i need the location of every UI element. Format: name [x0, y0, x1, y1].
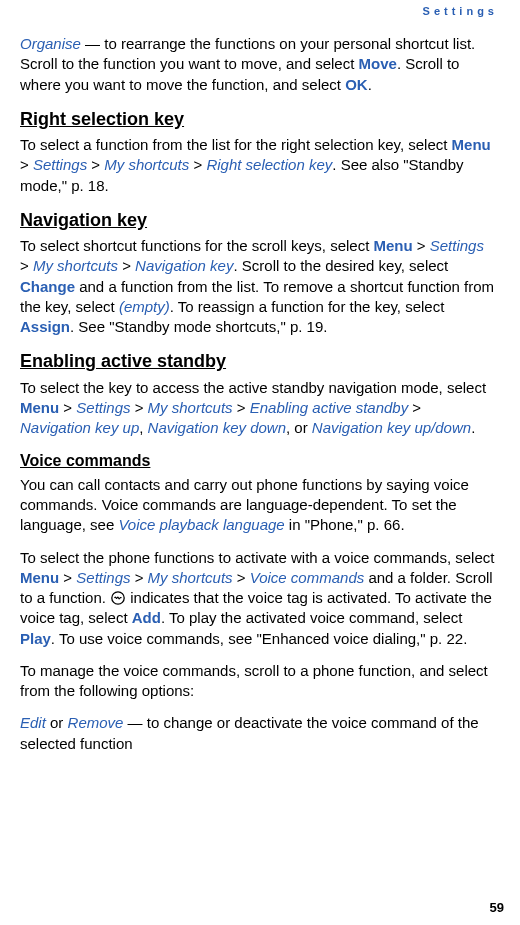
- term-settings: Settings: [76, 569, 130, 586]
- text: . Scroll to the desired key, select: [233, 257, 448, 274]
- text: To select a function from the list for t…: [20, 136, 452, 153]
- separator: >: [118, 257, 135, 274]
- text: To select shortcut functions for the scr…: [20, 237, 373, 254]
- text: .: [471, 419, 475, 436]
- paragraph-eas: To select the key to access the active s…: [20, 378, 495, 439]
- separator: >: [130, 399, 147, 416]
- paragraph-voice-1: You can call contacts and carry out phon…: [20, 475, 495, 536]
- text: . To reassign a function for the key, se…: [170, 298, 445, 315]
- separator: >: [59, 569, 76, 586]
- term-move: Move: [359, 55, 397, 72]
- paragraph-rsk: To select a function from the list for t…: [20, 135, 495, 196]
- text: , or: [286, 419, 312, 436]
- term-settings: Settings: [76, 399, 130, 416]
- term-settings: Settings: [33, 156, 87, 173]
- term-menu: Menu: [20, 569, 59, 586]
- term-navigation-key: Navigation key: [135, 257, 233, 274]
- term-remove: Remove: [68, 714, 124, 731]
- separator: >: [20, 257, 33, 274]
- separator: >: [20, 156, 33, 173]
- text: ,: [139, 419, 147, 436]
- term-nav-key-updown: Navigation key up/down: [312, 419, 471, 436]
- term-change: Change: [20, 278, 75, 295]
- separator: >: [189, 156, 206, 173]
- text: To select the phone functions to activat…: [20, 549, 494, 566]
- term-play: Play: [20, 630, 51, 647]
- separator: >: [413, 237, 430, 254]
- text: To select the key to access the active s…: [20, 379, 486, 396]
- term-organise: Organise: [20, 35, 81, 52]
- separator: >: [233, 569, 250, 586]
- paragraph-organise: Organise — to rearrange the functions on…: [20, 34, 495, 95]
- heading-voice-commands: Voice commands: [20, 450, 495, 472]
- text: .: [368, 76, 372, 93]
- term-right-selection-key: Right selection key: [206, 156, 332, 173]
- separator: >: [233, 399, 250, 416]
- term-assign: Assign: [20, 318, 70, 335]
- paragraph-nav: To select shortcut functions for the scr…: [20, 236, 495, 337]
- term-settings: Settings: [430, 237, 484, 254]
- term-nav-key-up: Navigation key up: [20, 419, 139, 436]
- term-menu: Menu: [452, 136, 491, 153]
- paragraph-voice-4: Edit or Remove — to change or deactivate…: [20, 713, 495, 754]
- term-ok: OK: [345, 76, 368, 93]
- link-voice-playback-language[interactable]: Voice playback language: [118, 516, 284, 533]
- term-add: Add: [132, 609, 161, 626]
- term-voice-commands: Voice commands: [250, 569, 365, 586]
- text: . To use voice commands, see "Enhanced v…: [51, 630, 467, 647]
- voice-tag-icon: [111, 591, 125, 605]
- term-menu: Menu: [373, 237, 412, 254]
- page-header-section: Settings: [423, 4, 498, 19]
- heading-right-selection-key: Right selection key: [20, 107, 495, 131]
- page-content: Organise — to rearrange the functions on…: [20, 6, 495, 754]
- paragraph-voice-2: To select the phone functions to activat…: [20, 548, 495, 649]
- term-nav-key-down: Navigation key down: [148, 419, 286, 436]
- text: . See "Standby mode shortcuts," p. 19.: [70, 318, 327, 335]
- text: or: [46, 714, 68, 731]
- heading-enabling-active-standby: Enabling active standby: [20, 349, 495, 373]
- term-menu: Menu: [20, 399, 59, 416]
- term-my-shortcuts: My shortcuts: [148, 399, 233, 416]
- term-empty: (empty): [119, 298, 170, 315]
- term-edit: Edit: [20, 714, 46, 731]
- term-my-shortcuts: My shortcuts: [33, 257, 118, 274]
- page-number: 59: [490, 899, 504, 917]
- separator: >: [59, 399, 76, 416]
- term-enabling-active-standby: Enabling active standby: [250, 399, 408, 416]
- heading-navigation-key: Navigation key: [20, 208, 495, 232]
- term-my-shortcuts: My shortcuts: [104, 156, 189, 173]
- paragraph-voice-3: To manage the voice commands, scroll to …: [20, 661, 495, 702]
- term-my-shortcuts: My shortcuts: [148, 569, 233, 586]
- separator: >: [87, 156, 104, 173]
- text: in "Phone," p. 66.: [285, 516, 405, 533]
- text: . To play the activated voice command, s…: [161, 609, 463, 626]
- separator: >: [408, 399, 421, 416]
- separator: >: [130, 569, 147, 586]
